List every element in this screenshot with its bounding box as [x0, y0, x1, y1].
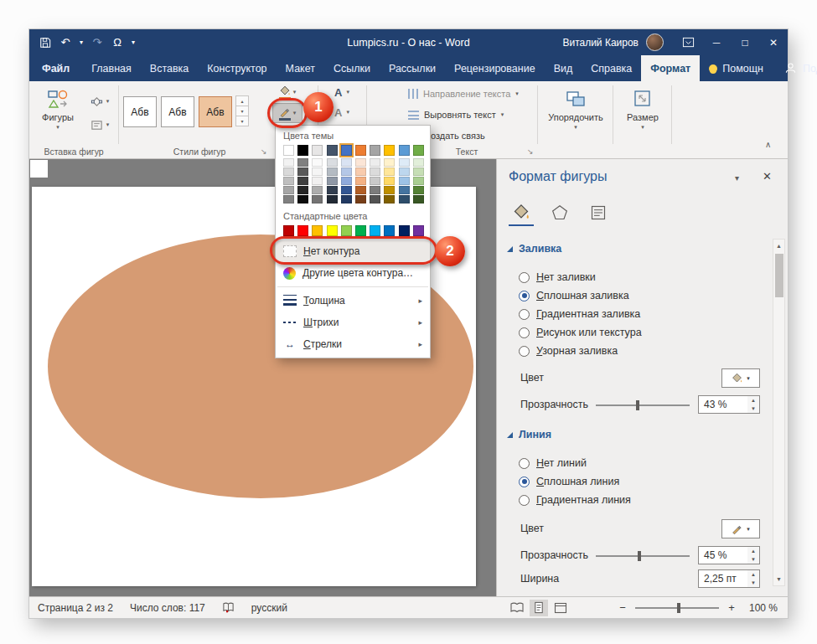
ribbon-tab[interactable]: Рассылки — [380, 55, 445, 81]
shade-swatch[interactable] — [341, 186, 352, 194]
web-layout-icon[interactable] — [551, 600, 570, 616]
user-avatar[interactable] — [646, 33, 664, 51]
ribbon-tab[interactable]: Главная — [82, 55, 141, 81]
ribbon-tab[interactable]: Конструктор — [198, 55, 276, 81]
shade-swatch[interactable] — [297, 158, 308, 167]
gallery-more-icon[interactable]: ▾ — [235, 116, 249, 126]
theme-color-swatch[interactable] — [399, 145, 410, 156]
line-transparency-input[interactable]: 45 % — [698, 546, 748, 564]
fill-option[interactable]: Градиентная заливка — [519, 305, 642, 323]
shade-swatch[interactable] — [413, 186, 424, 194]
line-section-header[interactable]: Линия — [507, 429, 551, 440]
text-group-item[interactable]: Выровнять текст▾ — [408, 106, 542, 123]
fill-option[interactable]: Узорная заливка — [519, 342, 642, 360]
zoom-out-icon[interactable]: − — [618, 601, 628, 614]
maximize-button[interactable]: □ — [731, 29, 759, 55]
panel-tab-layout[interactable] — [586, 199, 611, 226]
shade-swatch[interactable] — [297, 186, 308, 194]
shade-swatch[interactable] — [370, 177, 380, 185]
shade-swatch[interactable] — [370, 195, 380, 204]
slider-thumb[interactable] — [636, 400, 639, 410]
standard-color-swatch[interactable] — [297, 225, 308, 236]
fill-color-button[interactable]: ▾ — [721, 368, 760, 388]
shade-swatch[interactable] — [370, 167, 380, 176]
shade-swatch[interactable] — [355, 186, 366, 194]
spin-up-icon[interactable]: ▲ — [747, 396, 759, 404]
tab-assistant[interactable]: Помощн — [700, 55, 773, 81]
shade-swatch[interactable] — [312, 186, 323, 194]
shade-swatch[interactable] — [384, 177, 395, 185]
fill-option[interactable]: Нет заливки — [519, 268, 642, 286]
theme-color-swatch[interactable] — [312, 145, 323, 156]
redo-icon[interactable]: ↷ — [88, 33, 106, 53]
line-option[interactable]: Градиентная линия — [519, 491, 631, 509]
shade-swatch[interactable] — [283, 177, 294, 185]
shade-swatch[interactable] — [327, 158, 338, 167]
shade-swatch[interactable] — [327, 167, 338, 176]
shade-swatch[interactable] — [384, 167, 395, 176]
line-width-spinner[interactable]: ▲▼ — [747, 569, 760, 588]
scroll-down-icon[interactable]: ▼ — [773, 573, 784, 585]
theme-color-swatch[interactable] — [413, 145, 424, 156]
shade-swatch[interactable] — [297, 195, 308, 204]
fill-option[interactable]: Рисунок или текстура — [519, 323, 642, 342]
shade-swatch[interactable] — [297, 177, 308, 185]
word-count[interactable]: Число слов: 117 — [130, 602, 205, 614]
shade-swatch[interactable] — [370, 158, 380, 167]
shade-swatch[interactable] — [283, 186, 294, 194]
theme-color-swatch[interactable] — [355, 145, 366, 156]
shade-swatch[interactable] — [355, 158, 366, 167]
menu-item-weight[interactable]: Толщина▸ — [276, 290, 430, 312]
shade-swatch[interactable] — [327, 177, 338, 185]
fill-transparency-input[interactable]: 43 % — [698, 395, 748, 414]
shapes-button[interactable]: Фигуры ▾ — [34, 84, 81, 146]
menu-item-more-outline-colors[interactable]: Другие цвета контура… — [276, 262, 430, 284]
standard-color-swatch[interactable] — [312, 225, 323, 236]
panel-scrollbar[interactable]: ▲ ▼ — [773, 239, 785, 586]
user-name[interactable]: Виталий Каиров — [562, 37, 639, 49]
shade-swatch[interactable] — [399, 177, 410, 185]
standard-color-swatch[interactable] — [370, 225, 380, 236]
ribbon-display-options-icon[interactable] — [674, 29, 702, 55]
line-option[interactable]: Нет линий — [519, 454, 631, 472]
slider-thumb[interactable] — [638, 551, 641, 561]
theme-color-swatch[interactable] — [327, 145, 338, 156]
shade-swatch[interactable] — [341, 177, 352, 185]
shade-swatch[interactable] — [399, 186, 410, 194]
shade-swatch[interactable] — [384, 186, 395, 194]
fill-transparency-spinner[interactable]: ▲▼ — [747, 395, 760, 414]
theme-color-swatch[interactable] — [297, 145, 308, 156]
spin-down-icon[interactable]: ▼ — [747, 579, 759, 587]
shade-swatch[interactable] — [399, 167, 410, 176]
zoom-slider[interactable] — [635, 607, 719, 609]
shade-swatch[interactable] — [413, 158, 424, 167]
spin-up-icon[interactable]: ▲ — [747, 570, 759, 579]
edit-shape-button[interactable]: ▾ — [83, 91, 116, 111]
line-color-button[interactable]: ▾ — [721, 519, 760, 538]
shade-swatch[interactable] — [283, 195, 294, 204]
shape-style-preview[interactable]: Абв — [199, 96, 232, 127]
language-indicator[interactable]: русский — [251, 602, 287, 614]
fill-transparency-slider[interactable] — [596, 404, 690, 406]
shade-swatch[interactable] — [413, 177, 424, 185]
panel-close-icon[interactable]: ✕ — [763, 170, 772, 183]
scroll-up-icon[interactable]: ▲ — [773, 240, 784, 252]
panel-tab-effects[interactable] — [547, 199, 572, 226]
spin-down-icon[interactable]: ▼ — [747, 404, 759, 413]
arrange-button[interactable]: Упорядочить ▾ — [544, 84, 608, 146]
save-icon[interactable] — [36, 33, 54, 53]
standard-color-swatch[interactable] — [413, 225, 424, 236]
shade-swatch[interactable] — [355, 195, 366, 204]
scrollbar-thumb[interactable] — [775, 254, 783, 297]
shade-swatch[interactable] — [312, 158, 323, 167]
shade-swatch[interactable] — [327, 195, 338, 204]
ribbon-tab[interactable]: Вид — [545, 55, 582, 81]
omega-symbol-icon[interactable]: Ω — [108, 33, 127, 53]
size-button[interactable]: Размер ▾ — [619, 84, 666, 146]
fill-section-header[interactable]: Заливка — [507, 243, 561, 255]
panel-tab-fill-line[interactable] — [509, 199, 534, 226]
fill-option[interactable]: Сплошная заливка — [519, 286, 642, 305]
shade-swatch[interactable] — [312, 167, 323, 176]
shade-swatch[interactable] — [341, 167, 352, 176]
shade-swatch[interactable] — [399, 195, 410, 204]
